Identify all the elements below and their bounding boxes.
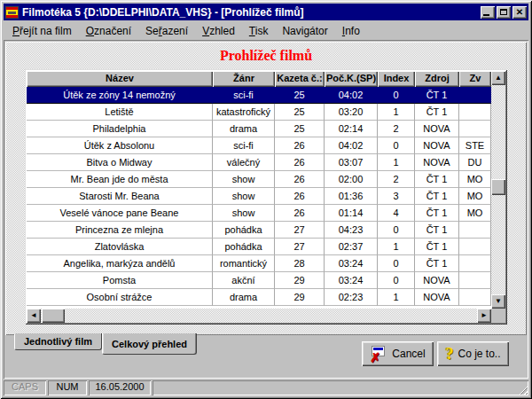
scroll-down-icon: ▼ [495, 298, 502, 305]
menu-item[interactable]: Přejít na film [5, 23, 79, 39]
table-cell: 27 [275, 239, 325, 255]
film-grid-viewport: NázevŽánrKazeta č.:Poč.K.(SP)IndexZdrojZ… [27, 71, 491, 309]
table-cell: 0 [378, 87, 415, 104]
date-indicator: 16.05.2000 [89, 380, 151, 395]
table-row[interactable]: Philadelphiadrama2502:142NOVA [27, 121, 491, 137]
table-cell: katastrofický [213, 104, 275, 121]
table-cell: 04:02 [325, 137, 378, 154]
table-cell: 03:07 [325, 154, 378, 171]
table-cell: akční [213, 272, 275, 289]
table-row[interactable]: Útěk z Absolonusci-fi2604:020NOVASTE [27, 137, 491, 154]
column-header[interactable]: Zv [459, 71, 491, 87]
minimize-button[interactable] [481, 6, 495, 19]
table-cell: 0 [378, 272, 415, 289]
table-row[interactable]: Mr. Bean jde do městashow2602:002ČT 1MO [27, 171, 491, 188]
table-cell: drama [213, 289, 275, 306]
menu-item[interactable]: Tisk [242, 23, 276, 39]
table-cell: sci-fi [213, 137, 275, 154]
close-button[interactable]: ✕ [512, 6, 527, 19]
table-cell [459, 289, 491, 306]
vertical-scroll-thumb[interactable] [491, 179, 505, 195]
table-cell: Útěk z Absolonu [27, 137, 213, 154]
table-cell: Veselé vánoce pane Beane [27, 205, 213, 222]
table-cell: ČT 1 [415, 239, 459, 255]
table-cell: válečný [213, 154, 275, 171]
menu-item[interactable]: Vzhled [195, 23, 242, 39]
num-lock-indicator: NUM [48, 380, 87, 395]
horizontal-scrollbar[interactable]: ◄ ► [27, 309, 491, 323]
vertical-scrollbar[interactable]: ▲ ▼ [491, 71, 505, 309]
table-cell: 26 [275, 205, 325, 222]
table-cell: 03:24 [325, 255, 378, 272]
scroll-right-icon: ► [481, 312, 488, 319]
table-cell: 1 [378, 154, 415, 171]
table-cell: 02:00 [325, 171, 378, 188]
table-row[interactable]: Princezna ze mlejnapohádka2704:230ČT 1 [27, 222, 491, 239]
table-cell: 26 [275, 137, 325, 154]
app-window: Filmotéka 5 {D:\DDELPHI\DATA_VHS} - [Pro… [0, 0, 532, 399]
table-cell: Bitva o Midway [27, 154, 213, 171]
table-cell: 29 [275, 272, 325, 289]
client-area: Prohlížeč filmů NázevŽánrKazeta č.:Poč.K… [4, 40, 528, 379]
table-cell: 01:14 [325, 205, 378, 222]
question-mark-icon: ? [445, 346, 453, 362]
app-icon[interactable] [5, 6, 19, 19]
table-row[interactable]: Osobní strážcedrama2902:231NOVA [27, 289, 491, 306]
maximize-button[interactable] [497, 6, 511, 19]
table-cell: 27 [275, 222, 325, 239]
table-row[interactable]: Starosti Mr. Beanashow2601:363ČT 1MO [27, 188, 491, 205]
table-cell: 4 [378, 205, 415, 222]
table-cell: 26 [275, 154, 325, 171]
menu-item[interactable]: Info [335, 23, 367, 39]
column-header[interactable]: Index [378, 71, 415, 87]
cancel-button[interactable]: ✗ Cancel [362, 341, 434, 366]
scrollbar-corner [491, 309, 505, 323]
tab-jednotlivy-film[interactable]: Jednotlivý film [14, 333, 102, 350]
table-cell: 3 [378, 188, 415, 205]
scroll-right-button[interactable]: ► [477, 309, 491, 323]
column-header[interactable]: Poč.K.(SP) [325, 71, 378, 87]
title-bar[interactable]: Filmotéka 5 {D:\DDELPHI\DATA_VHS} - [Pro… [4, 4, 528, 20]
column-header[interactable]: Kazeta č.: [275, 71, 325, 87]
table-cell [459, 255, 491, 272]
table-row[interactable]: Zlatovláskapohádka2702:371ČT 1 [27, 239, 491, 255]
table-cell: NOVA [415, 289, 459, 306]
table-row[interactable]: Letištěkatastrofický2503:201ČT 1 [27, 104, 491, 121]
table-cell [459, 87, 491, 104]
table-cell: Philadelphia [27, 121, 213, 137]
table-cell: Princezna ze mlejna [27, 222, 213, 239]
scroll-left-button[interactable]: ◄ [27, 309, 41, 323]
table-cell: NOVA [415, 121, 459, 137]
column-header[interactable]: Žánr [213, 71, 275, 87]
table-cell: ČT 1 [415, 171, 459, 188]
table-cell: Osobní strážce [27, 289, 213, 306]
table-row[interactable]: Pomstaakční2903:240NOVA [27, 272, 491, 289]
table-cell: 1 [378, 239, 415, 255]
scroll-down-button[interactable]: ▼ [491, 294, 505, 309]
menu-item[interactable]: Označení [79, 23, 138, 39]
table-cell: Mr. Bean jde do města [27, 171, 213, 188]
table-row[interactable]: Veselé vánoce pane Beaneshow2601:144ČT 1… [27, 205, 491, 222]
table-row[interactable]: Útěk ze zóny 14 nemožnýsci-fi2504:020ČT … [27, 87, 491, 104]
table-cell: 1 [378, 289, 415, 306]
scroll-up-button[interactable]: ▲ [491, 71, 505, 85]
column-header[interactable]: Zdroj [415, 71, 459, 87]
help-button[interactable]: ? Co je to.. [437, 341, 509, 366]
table-cell: DU [459, 154, 491, 171]
column-header[interactable]: Název [27, 71, 213, 87]
film-reel-decoration [8, 12, 16, 14]
table-cell: 2 [378, 121, 415, 137]
table-cell: MO [459, 188, 491, 205]
table-cell [459, 104, 491, 121]
table-cell: Pomsta [27, 272, 213, 289]
scroll-left-icon: ◄ [30, 312, 37, 319]
menu-item[interactable]: Seřazení [138, 23, 195, 39]
resize-grip[interactable] [517, 384, 528, 395]
cancel-icon: ✗ [370, 346, 387, 362]
tab-celkovy-prehled[interactable]: Celkový přehled [102, 333, 197, 355]
menu-item[interactable]: Navigátor [275, 23, 334, 39]
window-title: Filmotéka 5 {D:\DDELPHI\DATA_VHS} - [Pro… [22, 6, 479, 19]
table-row[interactable]: Bitva o Midwayválečný2603:071NOVADU [27, 154, 491, 171]
horizontal-scroll-thumb[interactable] [42, 309, 65, 323]
table-row[interactable]: Angelika, markýza andělůromantický2803:2… [27, 255, 491, 272]
